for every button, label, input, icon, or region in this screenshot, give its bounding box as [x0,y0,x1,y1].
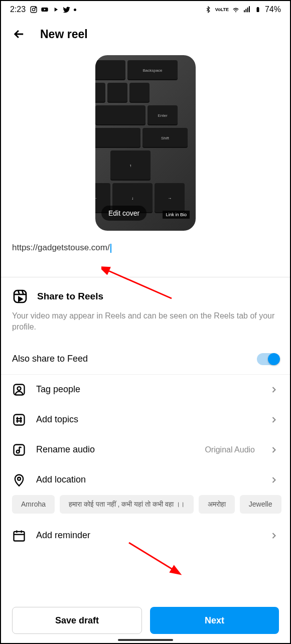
add-location-row[interactable]: Add location [1,465,290,495]
instagram-icon [30,6,38,14]
twitter-icon [63,6,71,14]
page-header: New reel [1,18,290,50]
calendar-icon [12,529,26,543]
add-reminder-row[interactable]: Add reminder [1,521,290,551]
add-topics-row[interactable]: Add topics [1,405,290,435]
location-icon [12,473,26,487]
edit-cover-button[interactable]: Edit cover [101,206,147,221]
share-section: Share to Reels Your video may appear in … [1,277,290,344]
share-description: Your video may appear in Reels and can b… [12,310,279,333]
share-title: Share to Reels [37,291,103,302]
battery-pct: 74% [265,5,281,14]
tag-people-row[interactable]: Tag people [1,375,290,405]
caption-text: https://gadgetstouse.com/ [12,243,110,252]
save-draft-button[interactable]: Save draft [12,607,142,634]
reels-icon [12,288,28,304]
caption-cursor [110,244,111,253]
bottom-bar: Save draft Next [12,607,279,634]
chevron-right-icon [269,531,279,541]
location-suggestions: Amroha हमारा कोई पता नहीं , कभी यहां तो … [1,495,290,521]
location-chip[interactable]: अमरोहा [199,495,235,514]
svg-rect-9 [257,7,258,8]
svg-rect-17 [14,414,25,425]
svg-point-26 [18,477,21,480]
rename-audio-row[interactable]: Rename audio Original Audio [1,435,290,465]
cover-section: Backspace Enter Shift ↑ ←↓→ Edit cover L… [1,50,290,231]
location-chip[interactable]: Jewelle [240,495,281,514]
battery-icon [254,6,262,14]
play-icon [52,6,60,14]
svg-line-25 [20,447,22,447]
svg-point-1 [32,8,35,11]
signal-icon [243,6,251,14]
svg-rect-4 [244,10,245,12]
rename-audio-value: Original Audio [205,445,255,454]
tag-people-label: Tag people [36,384,259,395]
svg-point-16 [18,387,21,390]
location-chip[interactable]: हमारा कोई पता नहीं , कभी यहां तो कभी वहा… [60,495,194,514]
page-title: New reel [40,28,88,41]
linkinbio-badge: Link in Bio [163,211,190,219]
add-topics-label: Add topics [36,414,259,425]
youtube-icon [41,6,49,14]
svg-rect-8 [256,8,259,12]
share-to-feed-row: Also share to Feed [1,344,290,374]
add-location-label: Add location [36,474,259,485]
more-dot-icon [74,9,76,11]
wifi-icon [232,6,240,14]
add-reminder-label: Add reminder [36,530,259,541]
hashtag-icon [12,413,26,427]
caption-section[interactable]: https://gadgetstouse.com/ [1,231,290,257]
bluetooth-icon [204,6,212,14]
svg-rect-27 [14,532,25,541]
status-time: 2:23 [10,5,26,14]
rename-audio-label: Rename audio [36,444,195,455]
chevron-right-icon [269,475,279,485]
back-button[interactable] [12,27,26,41]
share-to-feed-label: Also share to Feed [12,354,88,364]
status-bar: 2:23 VoLTE 74% [1,1,290,18]
location-chip[interactable]: Amroha [12,495,55,514]
person-icon [12,383,26,397]
home-indicator[interactable] [118,639,173,641]
chevron-right-icon [269,445,279,455]
svg-rect-6 [247,8,248,12]
svg-rect-7 [249,6,250,12]
chevron-right-icon [269,385,279,395]
audio-icon [12,443,26,457]
svg-rect-5 [245,9,246,13]
svg-point-2 [35,8,36,8]
share-to-feed-toggle[interactable] [257,353,279,365]
next-button[interactable]: Next [150,607,279,634]
chevron-right-icon [269,415,279,425]
cover-preview[interactable]: Backspace Enter Shift ↑ ←↓→ Edit cover L… [95,55,196,231]
volte-icon: VoLTE [215,7,229,12]
